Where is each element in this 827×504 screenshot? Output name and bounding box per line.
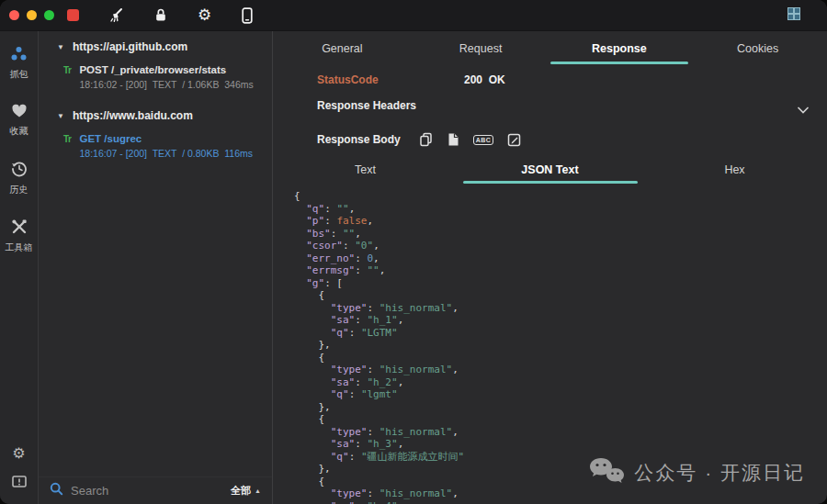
- layout-grid-icon[interactable]: [787, 7, 800, 24]
- tab-text[interactable]: Text: [273, 158, 458, 184]
- sidebar-item-favorites[interactable]: 收藏: [10, 104, 28, 138]
- response-body-label: Response Body: [317, 133, 401, 146]
- status-code-label: StatusCode: [317, 73, 379, 86]
- host-group-baidu[interactable]: ▼ https://www.baidu.com: [39, 100, 272, 127]
- sidebar-item-capture[interactable]: 抓包: [10, 46, 28, 81]
- sidebar-item-label: 收藏: [10, 125, 28, 138]
- zoom-button[interactable]: [44, 10, 54, 20]
- request-title: POST /_private/browser/stats: [79, 64, 253, 75]
- body-view-tabs: Text JSON Text Hex: [273, 158, 827, 184]
- sidebar-item-label: 抓包: [10, 68, 28, 81]
- search-bar: 全部 ▲: [39, 476, 272, 504]
- response-headers-label: Response Headers: [317, 99, 416, 112]
- tab-request[interactable]: Request: [412, 37, 550, 64]
- response-json-body: { "q": "", "p": false, "bs": "", "csor":…: [294, 190, 827, 504]
- caret-up-icon: ▲: [255, 487, 261, 494]
- collapse-caret-icon: ▼: [57, 43, 64, 51]
- status-code-value: 200 OK: [464, 73, 505, 86]
- tab-json-text[interactable]: JSON Text: [458, 158, 642, 184]
- traffic-lights: [9, 10, 54, 20]
- filter-label: 全部: [231, 484, 251, 498]
- sidebar-rail: 抓包 收藏 历史 工具箱 ⚙: [0, 31, 39, 504]
- tab-response[interactable]: Response: [550, 37, 689, 64]
- search-input[interactable]: [71, 484, 190, 498]
- heart-icon: [11, 104, 28, 122]
- search-icon: [50, 482, 63, 499]
- copy-icon[interactable]: [419, 132, 433, 147]
- tls-badge: Tr: [63, 133, 71, 159]
- sidebar-item-label: 历史: [10, 184, 28, 196]
- tab-general[interactable]: General: [273, 37, 412, 64]
- request-meta: 18:16:02 - [200] TEXT / 1.06KB 346ms: [79, 79, 253, 90]
- toolbox-icon: [11, 219, 28, 239]
- json-viewer[interactable]: { "q": "", "p": false, "bs": "", "csor":…: [273, 184, 827, 504]
- request-title: GET /sugrec: [79, 133, 253, 144]
- phone-icon[interactable]: [241, 7, 254, 24]
- request-meta: 18:16:07 - [200] TEXT / 0.80KB 116ms: [79, 148, 253, 159]
- stop-record-button[interactable]: [67, 9, 79, 21]
- tls-badge: Tr: [63, 64, 71, 90]
- host-url: https://api.github.com: [73, 40, 187, 53]
- minimize-button[interactable]: [27, 10, 37, 20]
- collapse-caret-icon: ▼: [57, 112, 64, 120]
- tab-hex[interactable]: Hex: [642, 158, 827, 184]
- close-button[interactable]: [9, 10, 19, 20]
- request-row-github-stats[interactable]: Tr POST /_private/browser/stats 18:16:02…: [39, 58, 272, 93]
- sidebar-item-toolbox[interactable]: 工具箱: [6, 219, 33, 254]
- file-icon[interactable]: [447, 132, 459, 147]
- encoding-abc-icon[interactable]: ABC: [473, 135, 494, 145]
- request-row-baidu-sugrec[interactable]: Tr GET /sugrec 18:16:07 - [200] TEXT / 0…: [39, 127, 272, 162]
- clean-brush-icon[interactable]: [108, 7, 124, 23]
- capture-nodes-icon: [10, 46, 28, 65]
- gear-icon[interactable]: ⚙: [198, 7, 211, 23]
- detail-panel: General Request Response Cookies StatusC…: [273, 31, 827, 504]
- edit-open-icon[interactable]: [507, 133, 521, 147]
- app-window: ⚙ 抓包 收藏: [0, 0, 827, 504]
- host-url: https://www.baidu.com: [73, 109, 193, 122]
- lock-icon[interactable]: [153, 7, 168, 23]
- response-headers-row[interactable]: Response Headers: [273, 95, 827, 118]
- history-icon: [11, 161, 28, 181]
- filter-dropdown[interactable]: 全部 ▲: [231, 484, 261, 498]
- status-row: StatusCode 200 OK: [273, 70, 827, 90]
- response-body-row: Response Body ABC: [273, 129, 827, 151]
- sidebar-item-label: 工具箱: [6, 241, 33, 254]
- settings-gear-icon[interactable]: ⚙: [12, 446, 25, 461]
- titlebar: ⚙: [0, 0, 827, 31]
- host-group-github[interactable]: ▼ https://api.github.com: [39, 31, 272, 58]
- detail-tabs: General Request Response Cookies: [273, 37, 827, 64]
- sidebar-item-history[interactable]: 历史: [10, 161, 28, 196]
- tab-cookies[interactable]: Cookies: [688, 37, 827, 64]
- feedback-icon[interactable]: [12, 476, 27, 493]
- request-list: ▼ https://api.github.com Tr POST /_priva…: [39, 31, 273, 504]
- chevron-down-icon[interactable]: [798, 101, 809, 118]
